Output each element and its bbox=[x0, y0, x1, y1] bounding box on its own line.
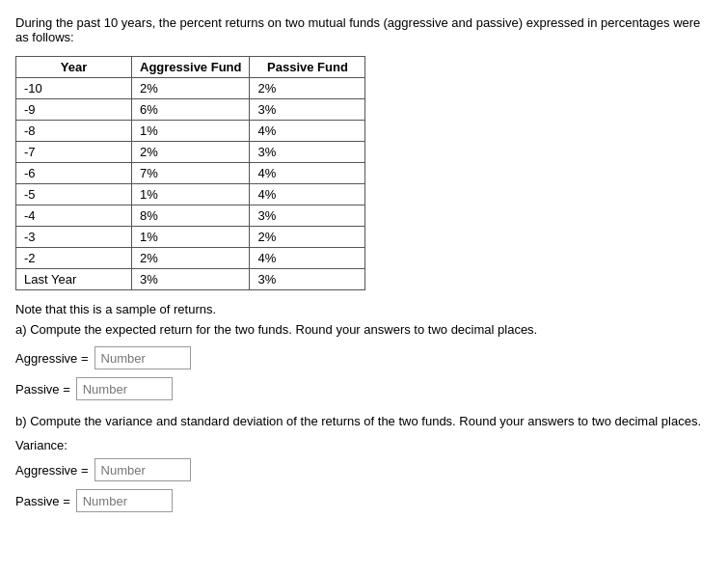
passive-cell: 2% bbox=[250, 227, 365, 248]
year-cell: -6 bbox=[16, 163, 132, 184]
question-b-text: b) Compute the variance and standard dev… bbox=[15, 414, 713, 428]
aggressive-variance-row: Aggressive = bbox=[15, 458, 713, 481]
col-header-aggressive: Aggressive Fund bbox=[132, 57, 250, 78]
aggressive-cell: 2% bbox=[132, 78, 250, 99]
aggressive-variance-input[interactable] bbox=[94, 458, 191, 481]
table-row: -67%4% bbox=[16, 163, 365, 184]
aggressive-cell: 6% bbox=[132, 99, 250, 121]
table-row: Last Year3%3% bbox=[16, 269, 365, 290]
year-cell: -9 bbox=[16, 99, 132, 121]
col-header-year: Year bbox=[16, 57, 132, 78]
aggressive-cell: 1% bbox=[132, 121, 250, 142]
passive-expected-input[interactable] bbox=[76, 377, 173, 400]
col-header-passive: Passive Fund bbox=[250, 57, 365, 78]
year-cell: -10 bbox=[16, 78, 132, 99]
table-row: -81%4% bbox=[16, 121, 365, 142]
year-cell: -8 bbox=[16, 121, 132, 142]
aggressive-cell: 3% bbox=[132, 269, 250, 290]
aggressive-cell: 1% bbox=[132, 227, 250, 248]
passive-cell: 3% bbox=[250, 269, 365, 290]
passive-variance-input[interactable] bbox=[76, 489, 173, 512]
aggressive-cell: 8% bbox=[132, 205, 250, 227]
aggressive-cell: 1% bbox=[132, 184, 250, 205]
passive-expected-label: Passive = bbox=[15, 382, 70, 396]
passive-cell: 4% bbox=[250, 248, 365, 269]
variance-label: Variance: bbox=[15, 438, 713, 452]
year-cell: -7 bbox=[16, 142, 132, 163]
table-row: -96%3% bbox=[16, 99, 365, 121]
table-row: -22%4% bbox=[16, 248, 365, 269]
year-cell: Last Year bbox=[16, 269, 132, 290]
aggressive-cell: 7% bbox=[132, 163, 250, 184]
note-text: Note that this is a sample of returns. bbox=[15, 302, 713, 316]
question-a-text: a) Compute the expected return for the t… bbox=[15, 322, 713, 337]
passive-variance-row: Passive = bbox=[15, 489, 713, 512]
table-row: -72%3% bbox=[16, 142, 365, 163]
year-cell: -5 bbox=[16, 184, 132, 205]
aggressive-expected-row: Aggressive = bbox=[15, 346, 713, 369]
passive-expected-row: Passive = bbox=[15, 377, 713, 400]
year-cell: -2 bbox=[16, 248, 132, 269]
aggressive-cell: 2% bbox=[132, 248, 250, 269]
aggressive-expected-input[interactable] bbox=[94, 346, 191, 369]
aggressive-expected-label: Aggressive = bbox=[15, 351, 89, 366]
passive-cell: 4% bbox=[250, 163, 365, 184]
aggressive-variance-label: Aggressive = bbox=[15, 463, 89, 478]
passive-cell: 3% bbox=[250, 205, 365, 227]
passive-variance-label: Passive = bbox=[15, 494, 70, 508]
passive-cell: 4% bbox=[250, 121, 365, 142]
data-table: Year Aggressive Fund Passive Fund -102%2… bbox=[15, 56, 365, 290]
table-row: -48%3% bbox=[16, 205, 365, 227]
table-row: -102%2% bbox=[16, 78, 365, 99]
passive-cell: 2% bbox=[250, 78, 365, 99]
year-cell: -4 bbox=[16, 205, 132, 227]
year-cell: -3 bbox=[16, 227, 132, 248]
aggressive-cell: 2% bbox=[132, 142, 250, 163]
table-row: -51%4% bbox=[16, 184, 365, 205]
passive-cell: 4% bbox=[250, 184, 365, 205]
intro-text: During the past 10 years, the percent re… bbox=[15, 15, 713, 44]
passive-cell: 3% bbox=[250, 142, 365, 163]
table-row: -31%2% bbox=[16, 227, 365, 248]
passive-cell: 3% bbox=[250, 99, 365, 121]
